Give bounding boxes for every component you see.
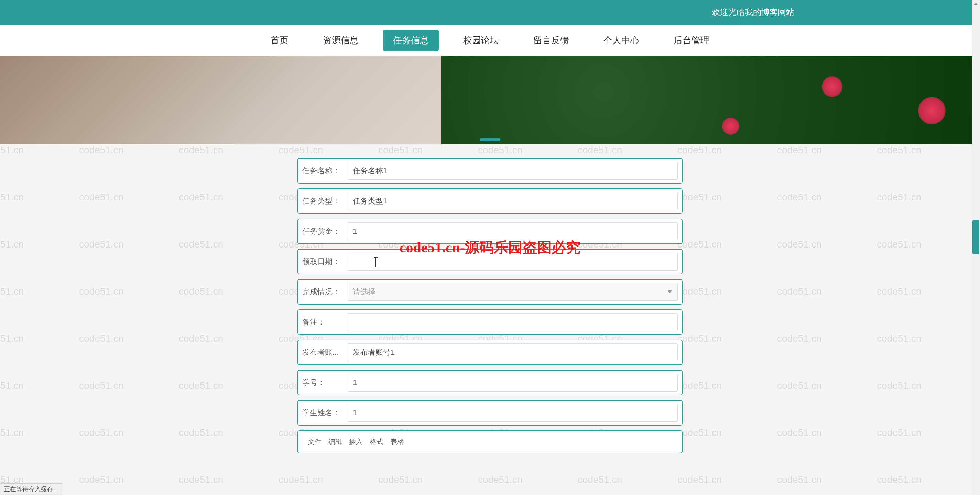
- form-row-publisher: 发布者账...: [298, 340, 682, 365]
- editor-menu-table[interactable]: 表格: [390, 437, 404, 447]
- watermark-text: code51.cn: [777, 192, 821, 203]
- watermark-text: code51.cn: [777, 380, 821, 391]
- watermark-text: code51.cn: [877, 333, 921, 344]
- watermark-text: code51.cn: [777, 286, 821, 297]
- watermark-text: code51.cn: [678, 380, 722, 391]
- label-publisher: 发布者账...: [302, 347, 347, 357]
- nav-resource[interactable]: 资源信息: [313, 30, 369, 51]
- watermark-text: code51.cn: [79, 427, 123, 438]
- label-completion: 完成情况：: [302, 287, 347, 297]
- label-receive-date: 领取日期：: [302, 257, 347, 267]
- watermark-text: code51.cn: [79, 286, 123, 297]
- input-student-name[interactable]: [347, 404, 678, 422]
- watermark-text: code51.cn: [678, 239, 722, 250]
- watermark-text: code51.cn: [877, 239, 921, 250]
- form-row-task-name: 任务名称：: [298, 158, 682, 184]
- watermark-text: code51.cn: [678, 145, 722, 156]
- watermark-text: code51.cn: [678, 333, 722, 344]
- watermark-text: code51.cn: [0, 286, 24, 297]
- nav-forum[interactable]: 校园论坛: [453, 30, 509, 51]
- watermark-text: code51.cn: [378, 145, 423, 156]
- watermark-text: code51.cn: [0, 145, 24, 156]
- watermark-text: code51.cn: [278, 145, 323, 156]
- watermark-text: code51.cn: [777, 333, 821, 344]
- watermark-text: code51.cn: [877, 192, 921, 203]
- watermark-text: code51.cn: [777, 239, 821, 250]
- watermark-text: code51.cn: [179, 380, 223, 391]
- input-student-id[interactable]: [347, 374, 678, 392]
- watermark-text: code51.cn: [79, 192, 123, 203]
- watermark-text: code51.cn: [777, 145, 821, 156]
- nav-feedback[interactable]: 留言反馈: [523, 30, 579, 51]
- form-row-task-type: 任务类型：: [298, 188, 682, 214]
- label-task-reward: 任务赏金：: [302, 226, 347, 236]
- watermark-text: code51.cn: [179, 145, 223, 156]
- watermark-text: code51.cn: [0, 192, 24, 203]
- input-task-type[interactable]: [347, 192, 678, 210]
- editor-toolbar: 文件 编辑 插入 格式 表格: [302, 434, 678, 450]
- scrollbar-track[interactable]: [972, 0, 980, 458]
- watermark-text: code51.cn: [678, 192, 722, 203]
- watermark-text: code51.cn: [478, 145, 522, 156]
- form-row-completion: 完成情况： 请选择: [298, 279, 682, 305]
- watermark-text: code51.cn: [179, 286, 223, 297]
- editor-menu-edit[interactable]: 编辑: [328, 437, 342, 447]
- watermark-text: code51.cn: [678, 427, 722, 438]
- form-row-receive-date: 领取日期：: [298, 249, 682, 274]
- watermark-text: code51.cn: [0, 239, 24, 250]
- input-task-name[interactable]: [347, 162, 678, 180]
- label-task-type: 任务类型：: [302, 196, 347, 206]
- nav-admin[interactable]: 后台管理: [663, 30, 720, 51]
- input-task-reward[interactable]: [347, 222, 678, 240]
- watermark-text: code51.cn: [179, 333, 223, 344]
- form-row-student-name: 学生姓名：: [298, 400, 682, 425]
- form-row-task-reward: 任务赏金：: [298, 219, 682, 244]
- select-completion[interactable]: 请选择: [347, 283, 678, 301]
- watermark-text: code51.cn: [578, 145, 622, 156]
- label-task-name: 任务名称：: [302, 166, 347, 176]
- watermark-text: code51.cn: [0, 427, 24, 438]
- watermark-text: code51.cn: [79, 380, 123, 391]
- label-student-id: 学号：: [302, 378, 347, 388]
- watermark-text: code51.cn: [777, 427, 821, 438]
- watermark-text: code51.cn: [0, 333, 24, 344]
- watermark-text: code51.cn: [79, 333, 123, 344]
- top-bar: 欢迎光临我的博客网站: [0, 0, 980, 25]
- watermark-text: code51.cn: [79, 239, 123, 250]
- watermark-text: code51.cn: [179, 192, 223, 203]
- banner-image: [0, 56, 980, 144]
- watermark-text: code51.cn: [79, 145, 123, 156]
- input-remark[interactable]: [347, 313, 678, 331]
- watermark-text: code51.cn: [877, 380, 921, 391]
- editor-menu-file[interactable]: 文件: [308, 437, 321, 447]
- scrollbar-arrow-up-icon[interactable]: [972, 0, 980, 8]
- welcome-text: 欢迎光临我的博客网站: [712, 7, 794, 18]
- scrollbar-thumb[interactable]: [972, 220, 979, 254]
- watermark-text: code51.cn: [877, 145, 921, 156]
- form-row-editor: 文件 编辑 插入 格式 表格: [298, 430, 682, 454]
- banner-indicator[interactable]: [480, 138, 500, 141]
- watermark-text: code51.cn: [877, 427, 921, 438]
- nav-bar: 首页 资源信息 任务信息 校园论坛 留言反馈 个人中心 后台管理: [0, 25, 980, 56]
- editor-menu-insert[interactable]: 插入: [349, 437, 363, 447]
- select-completion-placeholder: 请选择: [353, 287, 375, 297]
- nav-personal[interactable]: 个人中心: [593, 30, 649, 51]
- label-student-name: 学生姓名：: [302, 408, 347, 418]
- editor-menu-format[interactable]: 格式: [370, 437, 383, 447]
- form-row-remark: 备注：: [298, 309, 682, 335]
- label-remark: 备注：: [302, 317, 347, 327]
- watermark-text: code51.cn: [179, 239, 223, 250]
- input-publisher[interactable]: [347, 343, 678, 361]
- form-container: 任务名称： 任务类型： 任务赏金： 领取日期： 完成情况： 请选择 备注： 发布…: [298, 158, 682, 454]
- watermark-text: code51.cn: [0, 380, 24, 391]
- watermark-text: code51.cn: [877, 286, 921, 297]
- form-row-student-id: 学号：: [298, 370, 682, 395]
- nav-task[interactable]: 任务信息: [383, 30, 439, 51]
- watermark-text: code51.cn: [179, 427, 223, 438]
- watermark-text: code51.cn: [678, 286, 722, 297]
- input-receive-date[interactable]: [347, 253, 678, 271]
- nav-home[interactable]: 首页: [260, 30, 299, 51]
